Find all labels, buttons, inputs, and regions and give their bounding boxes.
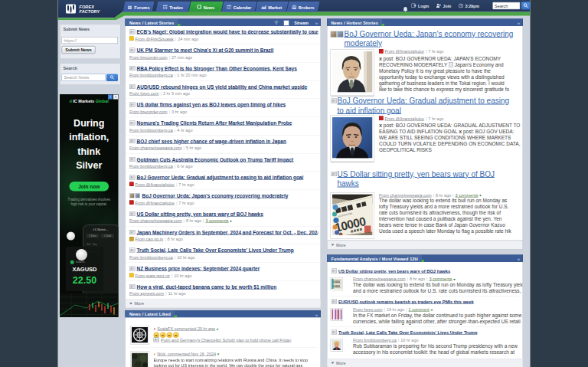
svg-text:10000: 10000 — [333, 285, 341, 288]
svg-text:10000: 10000 — [333, 280, 341, 283]
